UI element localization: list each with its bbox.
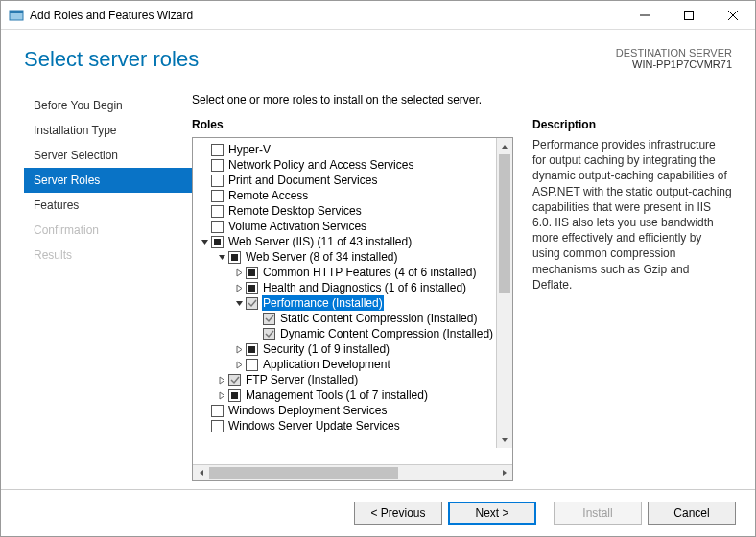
wizard-step[interactable]: Features <box>24 193 192 218</box>
destination-server-label: DESTINATION SERVER <box>616 47 732 58</box>
role-checkbox[interactable] <box>246 267 258 279</box>
tree-row[interactable]: Network Policy and Access Services <box>193 157 512 173</box>
role-checkbox[interactable] <box>246 282 258 294</box>
tree-row-label[interactable]: Dynamic Content Compression (Installed) <box>279 326 494 341</box>
tree-row-label[interactable]: Web Server (IIS) (11 of 43 installed) <box>227 234 413 249</box>
wizard-step[interactable]: Before You Begin <box>24 93 192 118</box>
tree-row-label[interactable]: Security (1 of 9 installed) <box>262 341 390 357</box>
role-checkbox[interactable] <box>246 343 258 356</box>
maximize-button[interactable] <box>667 1 711 30</box>
scroll-right-icon[interactable] <box>496 465 512 480</box>
role-checkbox[interactable] <box>211 159 224 172</box>
tree-row[interactable]: Remote Access <box>193 188 512 203</box>
tree-row[interactable]: Windows Server Update Services <box>193 418 512 433</box>
role-checkbox[interactable] <box>211 236 224 248</box>
scroll-up-icon[interactable] <box>497 138 512 154</box>
expander-spacer <box>199 159 210 171</box>
tree-row-label[interactable]: Static Content Compression (Installed) <box>279 311 478 326</box>
chevron-right-icon[interactable] <box>233 267 245 278</box>
tree-row[interactable]: FTP Server (Installed) <box>193 372 512 387</box>
role-checkbox[interactable] <box>211 190 224 202</box>
tree-row-label[interactable]: Remote Access <box>227 188 309 203</box>
roles-label: Roles <box>192 118 513 131</box>
roles-tree[interactable]: Hyper-VNetwork Policy and Access Service… <box>193 138 512 437</box>
tree-row-label[interactable]: FTP Server (Installed) <box>245 372 359 387</box>
page-title: Select server roles <box>24 47 616 72</box>
tree-row-label[interactable]: Network Policy and Access Services <box>227 157 414 173</box>
tree-row-label[interactable]: Print and Document Services <box>227 173 378 188</box>
tree-row[interactable]: Hyper-V <box>193 142 512 157</box>
role-checkbox[interactable] <box>246 297 258 310</box>
tree-row[interactable]: Security (1 of 9 installed) <box>193 341 512 357</box>
next-button[interactable]: Next > <box>448 502 536 525</box>
chevron-right-icon[interactable] <box>216 374 227 385</box>
cancel-button[interactable]: Cancel <box>648 502 736 525</box>
svg-marker-17 <box>200 470 203 476</box>
chevron-right-icon[interactable] <box>233 343 245 355</box>
tree-row-label[interactable]: Web Server (8 of 34 installed) <box>245 249 399 265</box>
tree-row[interactable]: Application Development <box>193 357 512 372</box>
svg-marker-13 <box>220 377 224 384</box>
tree-row-label[interactable]: Health and Diagnostics (1 of 6 installed… <box>262 280 467 295</box>
tree-row-label[interactable]: Application Development <box>262 357 391 372</box>
tree-row[interactable]: Common HTTP Features (4 of 6 installed) <box>193 265 512 280</box>
minimize-button[interactable] <box>623 1 667 30</box>
chevron-right-icon[interactable] <box>216 389 227 401</box>
role-checkbox[interactable] <box>211 405 224 417</box>
wizard-body: Before You BeginInstallation TypeServer … <box>1 82 755 489</box>
tree-row[interactable]: Health and Diagnostics (1 of 6 installed… <box>193 280 512 295</box>
tree-row-label[interactable]: Management Tools (1 of 7 installed) <box>245 387 429 403</box>
role-checkbox[interactable] <box>211 144 224 156</box>
role-checkbox[interactable] <box>228 389 241 402</box>
role-checkbox[interactable] <box>263 328 275 340</box>
chevron-down-icon[interactable] <box>199 236 210 247</box>
vscroll-thumb[interactable] <box>499 154 510 293</box>
vertical-scrollbar[interactable] <box>496 138 512 448</box>
hscroll-thumb[interactable] <box>209 467 398 479</box>
role-checkbox[interactable] <box>211 175 224 187</box>
tree-row-label[interactable]: Volume Activation Services <box>227 219 367 234</box>
tree-row[interactable]: Static Content Compression (Installed) <box>193 311 512 326</box>
chevron-down-icon[interactable] <box>216 251 227 263</box>
wizard-header: Select server roles DESTINATION SERVER W… <box>1 30 755 82</box>
tree-row[interactable]: Volume Activation Services <box>193 219 512 234</box>
tree-row[interactable]: Dynamic Content Compression (Installed) <box>193 326 512 341</box>
tree-row[interactable]: Remote Desktop Services <box>193 203 512 219</box>
wizard-step[interactable]: Server Selection <box>24 143 192 168</box>
previous-button[interactable]: < Previous <box>354 502 442 525</box>
role-checkbox[interactable] <box>211 420 224 432</box>
intro-text: Select one or more roles to install on t… <box>192 93 732 106</box>
tree-row-label[interactable]: Windows Server Update Services <box>227 418 401 433</box>
svg-marker-16 <box>502 438 508 442</box>
chevron-down-icon[interactable] <box>233 297 245 309</box>
tree-row[interactable]: Management Tools (1 of 7 installed) <box>193 387 512 403</box>
tree-row-label[interactable]: Performance (Installed) <box>262 295 384 311</box>
horizontal-scrollbar[interactable] <box>193 464 512 480</box>
role-checkbox[interactable] <box>263 313 275 325</box>
chevron-right-icon[interactable] <box>233 359 245 370</box>
roles-pane: Roles Hyper-VNetwork Policy and Access S… <box>192 118 513 481</box>
tree-row-label[interactable]: Windows Deployment Services <box>227 403 388 418</box>
role-checkbox[interactable] <box>211 205 224 218</box>
tree-row-label[interactable]: Common HTTP Features (4 of 6 installed) <box>262 265 478 280</box>
chevron-right-icon[interactable] <box>233 282 245 293</box>
tree-row[interactable]: Print and Document Services <box>193 173 512 188</box>
vscroll-track[interactable] <box>497 154 512 432</box>
hscroll-track[interactable] <box>209 465 480 480</box>
role-checkbox[interactable] <box>228 374 241 386</box>
wizard-step[interactable]: Server Roles <box>24 168 192 193</box>
tree-row[interactable]: Web Server (8 of 34 installed) <box>193 249 512 265</box>
scroll-left-icon[interactable] <box>193 465 209 480</box>
role-checkbox[interactable] <box>211 221 224 233</box>
tree-row[interactable]: Windows Deployment Services <box>193 403 512 418</box>
role-checkbox[interactable] <box>228 251 241 264</box>
wizard-step[interactable]: Installation Type <box>24 118 192 143</box>
scroll-down-icon[interactable] <box>497 432 512 448</box>
expander-spacer <box>199 175 210 186</box>
close-button[interactable] <box>711 1 755 30</box>
tree-row[interactable]: Performance (Installed) <box>193 295 512 311</box>
tree-row-label[interactable]: Remote Desktop Services <box>227 203 363 219</box>
tree-row[interactable]: Web Server (IIS) (11 of 43 installed) <box>193 234 512 249</box>
tree-row-label[interactable]: Hyper-V <box>227 142 272 157</box>
role-checkbox[interactable] <box>246 359 258 371</box>
